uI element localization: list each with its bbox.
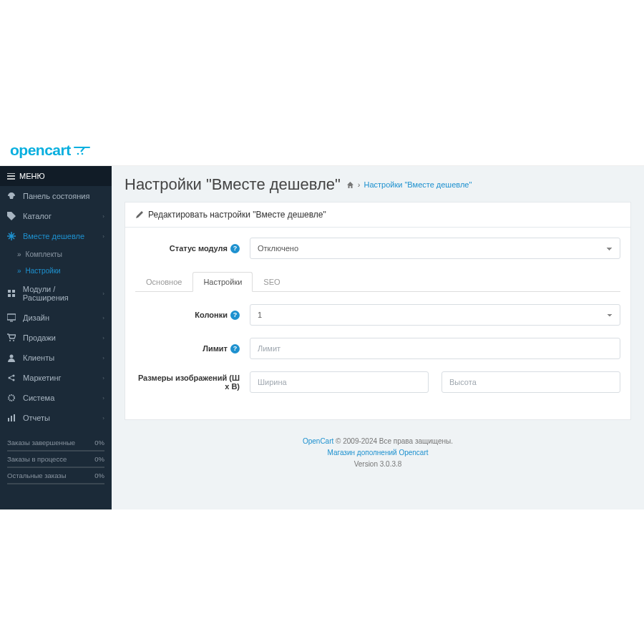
chevron-right-icon: › [102, 233, 104, 240]
puzzle-icon [7, 289, 17, 298]
help-icon[interactable]: ? [230, 244, 240, 253]
hamburger-icon [7, 173, 15, 180]
sidebar-item-system[interactable]: Система› [0, 388, 112, 408]
footer-version: Version 3.0.3.8 [112, 459, 644, 470]
monitor-icon [7, 313, 17, 322]
asterisk-icon [7, 232, 17, 240]
sidebar-item-marketing[interactable]: Маркетинг› [0, 368, 112, 388]
form-row-images: Размеры изображений (Ш x В) [135, 371, 620, 393]
breadcrumb-link[interactable]: Настройки "Вместе дешевле" [364, 180, 472, 189]
chevron-right-icon: › [102, 291, 104, 297]
sidebar-item-reports[interactable]: Отчеты› [0, 408, 112, 428]
chevron-right-icon: › [102, 395, 104, 401]
images-label: Размеры изображений (Ш x В) [135, 374, 250, 391]
sidebar-item-dashboard[interactable]: Панель состояния [0, 186, 112, 206]
chart-icon [7, 414, 17, 422]
gear-icon [7, 394, 17, 402]
sidebar-sub-settings[interactable]: Настройки [0, 263, 112, 279]
svg-rect-14 [8, 418, 9, 421]
tag-icon [7, 212, 17, 220]
dashboard-icon [7, 192, 17, 200]
form-row-columns: Колонки ? 1 [135, 304, 620, 326]
svg-rect-15 [11, 416, 12, 421]
tab-seo[interactable]: SEO [253, 272, 291, 292]
cart-icon [7, 333, 17, 342]
user-icon [7, 353, 17, 362]
page-title: Настройки "Вместе дешевле" [125, 175, 341, 194]
pencil-icon [135, 210, 144, 219]
chevron-right-icon: › [102, 375, 104, 381]
help-icon[interactable]: ? [230, 311, 240, 320]
menu-header[interactable]: МЕНЮ [0, 166, 112, 186]
height-input[interactable] [441, 371, 620, 393]
sidebar-item-cheaper[interactable]: Вместе дешевле› [0, 226, 112, 246]
cart-logo-icon [74, 145, 91, 155]
sidebar-item-clients[interactable]: Клиенты› [0, 348, 112, 368]
main-content: Настройки "Вместе дешевле" › Настройки "… [112, 166, 644, 509]
svg-rect-4 [8, 294, 11, 297]
chevron-right-icon: › [102, 213, 104, 220]
panel-header: Редактировать настройки "Вместе дешевле" [125, 203, 630, 228]
svg-rect-5 [12, 294, 15, 297]
page-header: Настройки "Вместе дешевле" › Настройки "… [112, 166, 644, 202]
stat-processing: Заказы в процессе0% [7, 452, 104, 468]
sidebar-item-sales[interactable]: Продажи› [0, 328, 112, 348]
logo[interactable]: opencart [10, 142, 91, 159]
sidebar-sub-kits[interactable]: Комплекты [0, 246, 112, 263]
svg-point-7 [9, 340, 11, 341]
columns-label: Колонки ? [135, 311, 250, 320]
svg-point-0 [77, 153, 79, 155]
limit-input[interactable] [250, 338, 620, 359]
svg-rect-6 [7, 314, 16, 320]
footer-addons-link[interactable]: Магазин дополнений Opencart [327, 449, 428, 457]
sidebar-item-catalog[interactable]: Каталог› [0, 206, 112, 226]
width-input[interactable] [250, 371, 429, 393]
form-row-limit: Лимит ? [135, 338, 620, 359]
tab-settings[interactable]: Настройки [192, 272, 253, 292]
tab-main[interactable]: Основное [135, 272, 192, 292]
breadcrumb: › Настройки "Вместе дешевле" [346, 180, 472, 189]
top-whitespace [0, 0, 644, 135]
home-icon[interactable] [346, 181, 354, 189]
svg-rect-3 [12, 290, 15, 293]
sidebar-item-modules[interactable]: Модули / Расширения› [0, 279, 112, 308]
sidebar-item-design[interactable]: Дизайн› [0, 308, 112, 328]
footer: OpenCart © 2009-2024 Все права защищены.… [112, 433, 644, 477]
stat-other: Остальные заказы0% [7, 468, 104, 484]
status-select[interactable]: Отключено [250, 238, 620, 259]
columns-select[interactable]: 1 [250, 304, 620, 326]
svg-point-13 [9, 395, 14, 401]
header: opencart [0, 135, 644, 166]
status-label: Статус модуля ? [135, 244, 250, 253]
sidebar-stats: Заказы завершенные0% Заказы в процессе0%… [0, 428, 112, 497]
settings-panel: Редактировать настройки "Вместе дешевле"… [125, 202, 631, 420]
chevron-right-icon: › [102, 415, 104, 421]
form-row-status: Статус модуля ? Отключено [135, 238, 620, 259]
svg-point-1 [81, 153, 83, 155]
chevron-right-icon: › [102, 355, 104, 361]
svg-point-9 [10, 355, 14, 358]
chevron-right-icon: › [102, 335, 104, 341]
share-icon [7, 374, 17, 382]
limit-label: Лимит ? [135, 344, 250, 353]
stat-completed: Заказы завершенные0% [7, 435, 104, 452]
chevron-right-icon: › [102, 315, 104, 321]
tabs: Основное Настройки SEO [135, 271, 620, 292]
help-icon[interactable]: ? [230, 344, 240, 353]
svg-rect-16 [14, 414, 15, 421]
sidebar: МЕНЮ Панель состояния Каталог› Вместе де… [0, 166, 112, 509]
svg-rect-2 [8, 290, 11, 293]
svg-point-8 [13, 340, 14, 341]
footer-brand-link[interactable]: OpenCart [303, 437, 333, 445]
